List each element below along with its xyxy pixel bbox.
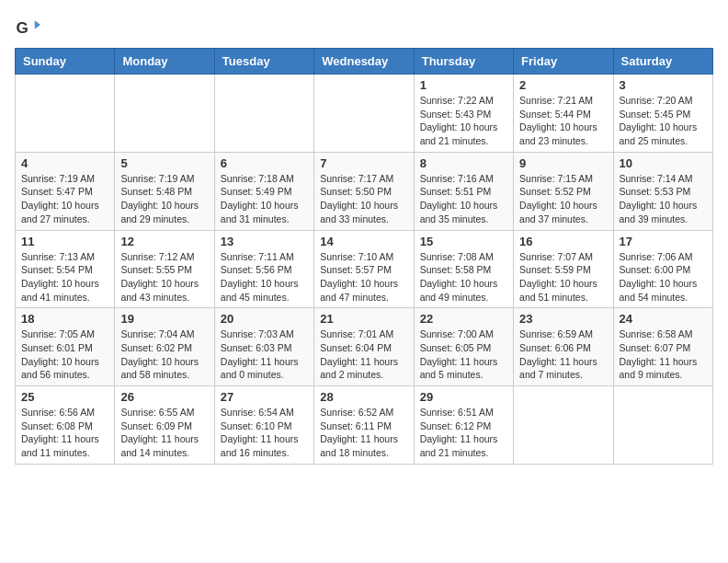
sunset-text: Sunset: 5:43 PM (420, 108, 507, 121)
day-info: Sunrise: 7:17 AMSunset: 5:50 PMDaylight:… (320, 172, 407, 226)
day-info: Sunrise: 6:56 AMSunset: 6:08 PMDaylight:… (21, 406, 108, 460)
calendar-cell: 18Sunrise: 7:05 AMSunset: 6:01 PMDayligh… (16, 308, 115, 386)
calendar-cell (314, 75, 414, 153)
sunrise-text: Sunrise: 7:11 AM (221, 250, 308, 264)
calendar-cell: 6Sunrise: 7:18 AMSunset: 5:49 PMDaylight… (214, 152, 313, 230)
day-number: 19 (120, 312, 208, 326)
calendar-week-row: 11Sunrise: 7:13 AMSunset: 5:54 PMDayligh… (16, 230, 713, 308)
sunrise-text: Sunrise: 6:56 AM (21, 406, 108, 419)
day-info: Sunrise: 7:06 AMSunset: 6:00 PMDaylight:… (620, 250, 707, 304)
day-number: 20 (221, 312, 308, 326)
day-info: Sunrise: 7:07 AMSunset: 5:59 PMDaylight:… (519, 250, 607, 304)
day-info: Sunrise: 7:05 AMSunset: 6:01 PMDaylight:… (21, 327, 108, 382)
calendar-cell: 11Sunrise: 7:13 AMSunset: 5:54 PMDayligh… (16, 230, 115, 308)
daylight-text: Daylight: 10 hours and 37 minutes. (519, 199, 607, 225)
col-header-wednesday: Wednesday (314, 49, 414, 75)
calendar-cell: 8Sunrise: 7:16 AMSunset: 5:51 PMDaylight… (414, 152, 513, 230)
sunset-text: Sunset: 5:52 PM (519, 185, 607, 199)
sunset-text: Sunset: 6:12 PM (420, 419, 507, 433)
daylight-text: Daylight: 11 hours and 11 minutes. (21, 432, 108, 459)
daylight-text: Daylight: 10 hours and 58 minutes. (120, 355, 208, 382)
day-number: 10 (620, 156, 707, 170)
sunrise-text: Sunrise: 7:03 AM (221, 327, 308, 341)
calendar-cell: 25Sunrise: 6:56 AMSunset: 6:08 PMDayligh… (16, 386, 115, 465)
daylight-text: Daylight: 11 hours and 9 minutes. (620, 355, 707, 382)
sunset-text: Sunset: 5:47 PM (21, 185, 108, 199)
day-number: 4 (21, 156, 108, 170)
day-info: Sunrise: 7:14 AMSunset: 5:53 PMDaylight:… (620, 172, 707, 226)
day-number: 9 (519, 156, 607, 170)
sunset-text: Sunset: 6:05 PM (420, 341, 507, 355)
sunset-text: Sunset: 5:57 PM (320, 263, 407, 277)
calendar-cell (115, 75, 214, 153)
daylight-text: Daylight: 11 hours and 7 minutes. (519, 355, 607, 382)
day-number: 15 (420, 235, 507, 248)
calendar-cell: 17Sunrise: 7:06 AMSunset: 6:00 PMDayligh… (613, 230, 712, 308)
daylight-text: Daylight: 11 hours and 14 minutes. (120, 432, 208, 459)
daylight-text: Daylight: 11 hours and 18 minutes. (320, 432, 407, 459)
sunrise-text: Sunrise: 7:22 AM (420, 94, 507, 108)
daylight-text: Daylight: 10 hours and 21 minutes. (420, 121, 507, 147)
sunrise-text: Sunrise: 7:05 AM (21, 327, 108, 341)
daylight-text: Daylight: 10 hours and 23 minutes. (519, 121, 607, 147)
logo-icon: G (15, 15, 40, 40)
daylight-text: Daylight: 10 hours and 25 minutes. (620, 121, 707, 147)
sunset-text: Sunset: 6:04 PM (320, 341, 407, 355)
calendar-cell: 10Sunrise: 7:14 AMSunset: 5:53 PMDayligh… (613, 152, 712, 230)
day-info: Sunrise: 6:55 AMSunset: 6:09 PMDaylight:… (120, 406, 208, 460)
sunrise-text: Sunrise: 7:20 AM (620, 94, 707, 108)
calendar-header-row: SundayMondayTuesdayWednesdayThursdayFrid… (16, 49, 713, 75)
day-number: 12 (120, 235, 208, 248)
daylight-text: Daylight: 11 hours and 0 minutes. (221, 355, 308, 382)
day-info: Sunrise: 7:10 AMSunset: 5:57 PMDaylight:… (320, 250, 407, 304)
sunset-text: Sunset: 6:01 PM (21, 341, 108, 355)
day-number: 16 (519, 235, 607, 248)
sunset-text: Sunset: 6:09 PM (120, 419, 208, 433)
day-info: Sunrise: 7:22 AMSunset: 5:43 PMDaylight:… (420, 94, 507, 148)
calendar-cell: 16Sunrise: 7:07 AMSunset: 5:59 PMDayligh… (514, 230, 613, 308)
day-info: Sunrise: 7:16 AMSunset: 5:51 PMDaylight:… (420, 172, 507, 226)
sunrise-text: Sunrise: 7:17 AM (320, 172, 407, 186)
day-info: Sunrise: 7:11 AMSunset: 5:56 PMDaylight:… (221, 250, 308, 304)
calendar-week-row: 1Sunrise: 7:22 AMSunset: 5:43 PMDaylight… (16, 75, 713, 153)
day-info: Sunrise: 7:12 AMSunset: 5:55 PMDaylight:… (120, 250, 208, 304)
sunset-text: Sunset: 5:44 PM (519, 108, 607, 121)
sunrise-text: Sunrise: 7:18 AM (221, 172, 308, 186)
day-number: 18 (21, 312, 108, 326)
daylight-text: Daylight: 10 hours and 54 minutes. (620, 277, 707, 304)
day-number: 11 (21, 235, 108, 248)
sunset-text: Sunset: 6:03 PM (221, 341, 308, 355)
daylight-text: Daylight: 10 hours and 43 minutes. (120, 277, 208, 304)
daylight-text: Daylight: 11 hours and 2 minutes. (320, 355, 407, 382)
calendar-cell: 12Sunrise: 7:12 AMSunset: 5:55 PMDayligh… (115, 230, 214, 308)
sunset-text: Sunset: 6:06 PM (519, 341, 607, 355)
daylight-text: Daylight: 10 hours and 35 minutes. (420, 199, 507, 225)
sunrise-text: Sunrise: 7:16 AM (420, 172, 507, 186)
day-info: Sunrise: 7:08 AMSunset: 5:58 PMDaylight:… (420, 250, 507, 304)
calendar-cell (16, 75, 115, 153)
day-info: Sunrise: 7:13 AMSunset: 5:54 PMDaylight:… (21, 250, 108, 304)
calendar-cell: 22Sunrise: 7:00 AMSunset: 6:05 PMDayligh… (414, 308, 513, 386)
calendar-cell: 14Sunrise: 7:10 AMSunset: 5:57 PMDayligh… (314, 230, 414, 308)
calendar-cell: 19Sunrise: 7:04 AMSunset: 6:02 PMDayligh… (115, 308, 214, 386)
sunrise-text: Sunrise: 7:06 AM (620, 250, 707, 264)
daylight-text: Daylight: 10 hours and 31 minutes. (221, 199, 308, 225)
daylight-text: Daylight: 10 hours and 27 minutes. (21, 199, 108, 225)
day-info: Sunrise: 6:51 AMSunset: 6:12 PMDaylight:… (420, 406, 507, 460)
day-info: Sunrise: 7:18 AMSunset: 5:49 PMDaylight:… (221, 172, 308, 226)
col-header-thursday: Thursday (414, 49, 513, 75)
day-info: Sunrise: 7:19 AMSunset: 5:48 PMDaylight:… (120, 172, 208, 226)
calendar-week-row: 18Sunrise: 7:05 AMSunset: 6:01 PMDayligh… (16, 308, 713, 386)
sunset-text: Sunset: 5:51 PM (420, 185, 507, 199)
day-info: Sunrise: 7:19 AMSunset: 5:47 PMDaylight:… (21, 172, 108, 226)
sunset-text: Sunset: 6:07 PM (620, 341, 707, 355)
daylight-text: Daylight: 10 hours and 56 minutes. (21, 355, 108, 382)
sunset-text: Sunset: 5:54 PM (21, 263, 108, 277)
day-number: 1 (420, 78, 507, 92)
calendar-cell: 4Sunrise: 7:19 AMSunset: 5:47 PMDaylight… (16, 152, 115, 230)
day-info: Sunrise: 6:59 AMSunset: 6:06 PMDaylight:… (519, 327, 607, 382)
sunset-text: Sunset: 6:02 PM (120, 341, 208, 355)
sunrise-text: Sunrise: 7:04 AM (120, 327, 208, 341)
day-number: 7 (320, 156, 407, 170)
daylight-text: Daylight: 11 hours and 5 minutes. (420, 355, 507, 382)
